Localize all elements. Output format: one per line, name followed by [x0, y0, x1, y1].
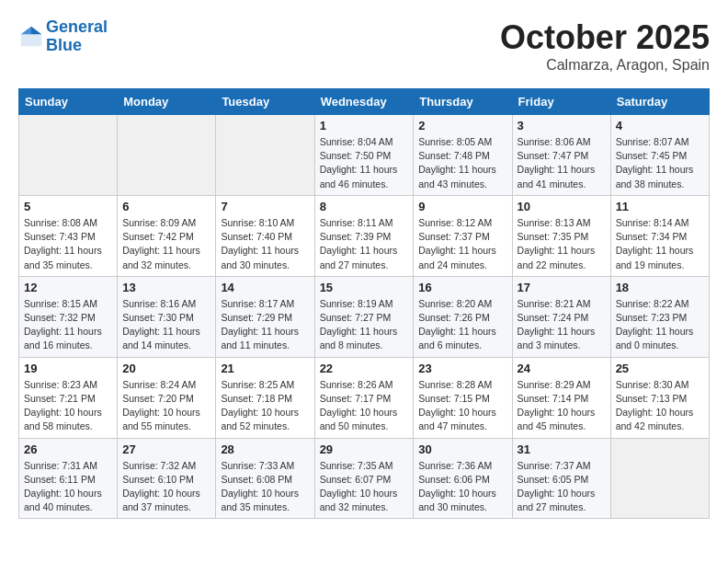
day-number: 14	[221, 281, 309, 294]
day-number: 18	[616, 281, 704, 294]
day-number: 22	[320, 362, 409, 375]
location: Calmarza, Aragon, Spain	[500, 57, 710, 74]
day-cell-5: 5Sunrise: 8:08 AM Sunset: 7:43 PM Daylig…	[19, 195, 118, 276]
weekday-header-tuesday: Tuesday	[216, 89, 314, 115]
empty-cell	[19, 115, 118, 196]
day-info: Sunrise: 8:07 AM Sunset: 7:45 PM Dayligh…	[616, 135, 704, 191]
day-cell-7: 7Sunrise: 8:10 AM Sunset: 7:40 PM Daylig…	[216, 195, 314, 276]
day-number: 10	[518, 200, 606, 213]
day-number: 26	[24, 442, 112, 456]
day-info: Sunrise: 7:37 AM Sunset: 6:05 PM Dayligh…	[518, 459, 606, 515]
day-cell-29: 29Sunrise: 7:35 AM Sunset: 6:07 PM Dayli…	[314, 438, 414, 519]
day-cell-4: 4Sunrise: 8:07 AM Sunset: 7:45 PM Daylig…	[610, 115, 709, 196]
day-number: 17	[518, 281, 606, 294]
week-row-2: 5Sunrise: 8:08 AM Sunset: 7:43 PM Daylig…	[19, 195, 710, 276]
weekday-header-monday: Monday	[118, 89, 216, 115]
day-cell-10: 10Sunrise: 8:13 AM Sunset: 7:35 PM Dayli…	[512, 195, 610, 276]
month-title: October 2025	[500, 18, 710, 57]
day-number: 31	[518, 442, 606, 456]
day-cell-19: 19Sunrise: 8:23 AM Sunset: 7:21 PM Dayli…	[19, 357, 118, 438]
empty-cell	[610, 438, 709, 519]
day-info: Sunrise: 7:32 AM Sunset: 6:10 PM Dayligh…	[122, 459, 210, 515]
calendar-table: SundayMondayTuesdayWednesdayThursdayFrid…	[18, 88, 710, 519]
day-number: 7	[221, 200, 309, 213]
day-number: 25	[616, 362, 704, 375]
day-cell-28: 28Sunrise: 7:33 AM Sunset: 6:08 PM Dayli…	[216, 438, 314, 519]
day-info: Sunrise: 7:33 AM Sunset: 6:08 PM Dayligh…	[221, 459, 309, 515]
logo: General Blue	[18, 18, 108, 55]
day-info: Sunrise: 7:31 AM Sunset: 6:11 PM Dayligh…	[24, 459, 112, 515]
day-number: 2	[418, 119, 506, 132]
week-row-4: 19Sunrise: 8:23 AM Sunset: 7:21 PM Dayli…	[19, 357, 710, 438]
day-number: 12	[24, 281, 112, 294]
day-info: Sunrise: 8:21 AM Sunset: 7:24 PM Dayligh…	[518, 297, 606, 353]
day-number: 20	[122, 362, 210, 375]
day-cell-26: 26Sunrise: 7:31 AM Sunset: 6:11 PM Dayli…	[19, 438, 118, 519]
day-cell-12: 12Sunrise: 8:15 AM Sunset: 7:32 PM Dayli…	[19, 276, 118, 357]
day-cell-17: 17Sunrise: 8:21 AM Sunset: 7:24 PM Dayli…	[512, 276, 610, 357]
day-cell-15: 15Sunrise: 8:19 AM Sunset: 7:27 PM Dayli…	[314, 276, 414, 357]
day-number: 3	[518, 119, 606, 132]
day-cell-2: 2Sunrise: 8:05 AM Sunset: 7:48 PM Daylig…	[414, 115, 512, 196]
day-number: 19	[24, 362, 112, 375]
day-cell-13: 13Sunrise: 8:16 AM Sunset: 7:30 PM Dayli…	[118, 276, 216, 357]
day-number: 9	[418, 200, 506, 213]
day-cell-1: 1Sunrise: 8:04 AM Sunset: 7:50 PM Daylig…	[314, 115, 414, 196]
day-info: Sunrise: 7:35 AM Sunset: 6:07 PM Dayligh…	[320, 459, 409, 515]
day-number: 6	[122, 200, 210, 213]
day-info: Sunrise: 8:23 AM Sunset: 7:21 PM Dayligh…	[24, 378, 112, 434]
day-info: Sunrise: 8:25 AM Sunset: 7:18 PM Dayligh…	[221, 378, 309, 434]
weekday-header-thursday: Thursday	[414, 89, 512, 115]
day-number: 28	[221, 442, 309, 456]
day-number: 8	[320, 200, 409, 213]
day-number: 5	[24, 200, 112, 213]
day-info: Sunrise: 8:17 AM Sunset: 7:29 PM Dayligh…	[221, 297, 309, 353]
day-info: Sunrise: 8:08 AM Sunset: 7:43 PM Dayligh…	[24, 216, 112, 272]
svg-marker-1	[31, 27, 41, 34]
day-info: Sunrise: 8:30 AM Sunset: 7:13 PM Dayligh…	[616, 378, 704, 434]
day-info: Sunrise: 8:14 AM Sunset: 7:34 PM Dayligh…	[616, 216, 704, 272]
title-block: October 2025 Calmarza, Aragon, Spain	[500, 18, 710, 74]
day-info: Sunrise: 8:13 AM Sunset: 7:35 PM Dayligh…	[518, 216, 606, 272]
logo-icon	[18, 24, 44, 50]
day-cell-22: 22Sunrise: 8:26 AM Sunset: 7:17 PM Dayli…	[314, 357, 414, 438]
day-info: Sunrise: 8:19 AM Sunset: 7:27 PM Dayligh…	[320, 297, 409, 353]
day-info: Sunrise: 8:04 AM Sunset: 7:50 PM Dayligh…	[320, 135, 409, 191]
week-row-5: 26Sunrise: 7:31 AM Sunset: 6:11 PM Dayli…	[19, 438, 710, 519]
day-info: Sunrise: 8:11 AM Sunset: 7:39 PM Dayligh…	[320, 216, 409, 272]
day-number: 4	[616, 119, 704, 132]
day-cell-31: 31Sunrise: 7:37 AM Sunset: 6:05 PM Dayli…	[512, 438, 610, 519]
svg-marker-2	[21, 27, 31, 34]
day-info: Sunrise: 8:29 AM Sunset: 7:14 PM Dayligh…	[518, 378, 606, 434]
day-cell-16: 16Sunrise: 8:20 AM Sunset: 7:26 PM Dayli…	[414, 276, 512, 357]
day-number: 24	[518, 362, 606, 375]
day-cell-20: 20Sunrise: 8:24 AM Sunset: 7:20 PM Dayli…	[118, 357, 216, 438]
day-info: Sunrise: 8:12 AM Sunset: 7:37 PM Dayligh…	[418, 216, 506, 272]
day-cell-18: 18Sunrise: 8:22 AM Sunset: 7:23 PM Dayli…	[610, 276, 709, 357]
day-info: Sunrise: 8:16 AM Sunset: 7:30 PM Dayligh…	[122, 297, 210, 353]
day-number: 30	[418, 442, 506, 456]
day-cell-9: 9Sunrise: 8:12 AM Sunset: 7:37 PM Daylig…	[414, 195, 512, 276]
empty-cell	[118, 115, 216, 196]
day-info: Sunrise: 8:05 AM Sunset: 7:48 PM Dayligh…	[418, 135, 506, 191]
day-info: Sunrise: 8:06 AM Sunset: 7:47 PM Dayligh…	[518, 135, 606, 191]
day-cell-8: 8Sunrise: 8:11 AM Sunset: 7:39 PM Daylig…	[314, 195, 414, 276]
day-number: 11	[616, 200, 704, 213]
weekday-header-wednesday: Wednesday	[314, 89, 414, 115]
week-row-3: 12Sunrise: 8:15 AM Sunset: 7:32 PM Dayli…	[19, 276, 710, 357]
day-info: Sunrise: 8:10 AM Sunset: 7:40 PM Dayligh…	[221, 216, 309, 272]
day-cell-14: 14Sunrise: 8:17 AM Sunset: 7:29 PM Dayli…	[216, 276, 314, 357]
day-cell-23: 23Sunrise: 8:28 AM Sunset: 7:15 PM Dayli…	[414, 357, 512, 438]
day-number: 23	[418, 362, 506, 375]
day-info: Sunrise: 8:28 AM Sunset: 7:15 PM Dayligh…	[418, 378, 506, 434]
day-cell-27: 27Sunrise: 7:32 AM Sunset: 6:10 PM Dayli…	[118, 438, 216, 519]
day-number: 27	[122, 442, 210, 456]
day-info: Sunrise: 8:22 AM Sunset: 7:23 PM Dayligh…	[616, 297, 704, 353]
empty-cell	[216, 115, 314, 196]
day-info: Sunrise: 7:36 AM Sunset: 6:06 PM Dayligh…	[418, 459, 506, 515]
day-number: 15	[320, 281, 409, 294]
logo-text: General Blue	[46, 18, 108, 55]
weekday-header-friday: Friday	[512, 89, 610, 115]
day-info: Sunrise: 8:26 AM Sunset: 7:17 PM Dayligh…	[320, 378, 409, 434]
page-header: General Blue October 2025 Calmarza, Arag…	[18, 18, 710, 74]
